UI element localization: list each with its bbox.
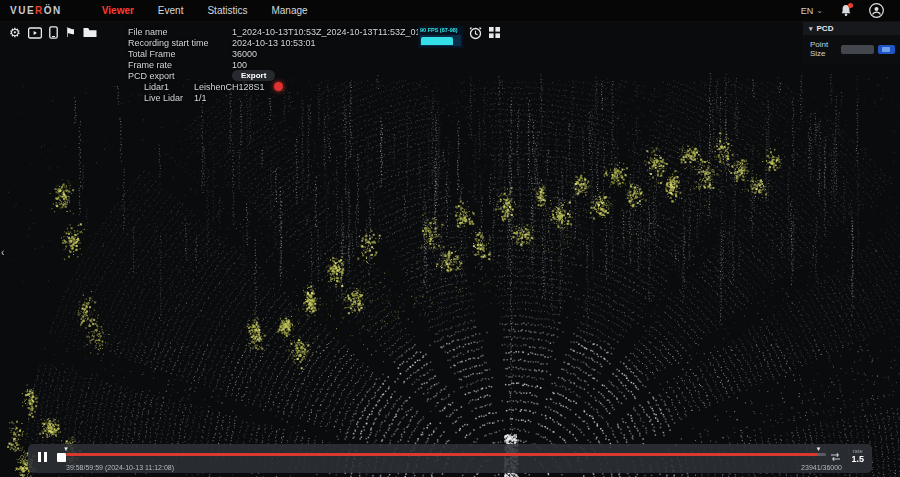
info-label: Total Frame	[128, 49, 232, 59]
info-value: 1_2024-10-13T10:53Z_2024-10-13T11:53Z_01…	[232, 27, 443, 37]
pcd-panel-header[interactable]: ▾ PCD	[803, 22, 900, 35]
pcd-settings-panel: ▾ PCD Point Size	[803, 22, 900, 64]
recording-info-panel: File name 1_2024-10-13T10:53Z_2024-10-13…	[128, 26, 443, 103]
logo-text-2: ÖN	[44, 5, 62, 16]
range-start-caret[interactable]: ▾	[64, 445, 68, 452]
caret-down-icon: ▾	[809, 25, 813, 33]
playback-frame-counter: 23941/36000	[801, 464, 842, 471]
seek-progress-fill	[66, 453, 818, 456]
pcd-export-label: PCD export	[128, 71, 232, 81]
settings-gear-icon[interactable]: ⚙	[9, 26, 21, 39]
pause-button[interactable]	[38, 452, 47, 462]
top-navigation-bar: VUERÖN Viewer Event Statistics Manage EN…	[0, 0, 900, 22]
viewer-toolbar: ⚙ ⚑	[9, 26, 97, 39]
fps-readout: 90 FPS (87-98)	[420, 27, 461, 33]
playback-time-text: 39:58/59:59 (2024-10-13 11:12:08)	[66, 464, 174, 471]
lidar-model: LeishenCH128S1	[194, 82, 265, 92]
grid-view-icon[interactable]	[488, 26, 501, 39]
menu-item-viewer[interactable]: Viewer	[102, 5, 134, 16]
info-row: Recording start time 2024-10-13 10:53:01	[128, 37, 443, 48]
mobile-device-icon[interactable]	[49, 26, 58, 39]
menu-item-statistics[interactable]: Statistics	[207, 5, 247, 16]
info-row: Total Frame 36000	[128, 48, 443, 59]
topbar-right: EN ⌄	[801, 3, 884, 18]
live-lidar-count: 1/1	[194, 93, 207, 103]
chevron-down-icon: ⌄	[816, 6, 823, 15]
notification-bell-icon[interactable]	[840, 4, 852, 17]
folder-icon[interactable]	[83, 27, 97, 38]
fps-graph-fill	[421, 37, 453, 45]
alarm-clock-icon[interactable]	[469, 26, 482, 40]
info-value: 36000	[232, 49, 257, 59]
seek-track-wrap: ▾ ▾	[66, 453, 826, 456]
rate-value: 1.5	[851, 454, 864, 464]
vueron-logo: VUERÖN	[10, 5, 62, 16]
video-icon[interactable]	[28, 27, 42, 39]
playback-rate-control[interactable]: rate 1.5	[851, 448, 864, 464]
language-label: EN	[801, 6, 814, 16]
loop-icon[interactable]	[829, 452, 842, 462]
lidar-label: Lidar1	[144, 82, 194, 92]
fps-monitor[interactable]: 90 FPS (87-98)	[418, 26, 463, 48]
logo-accent: R	[35, 5, 44, 16]
menu-item-event[interactable]: Event	[158, 5, 184, 16]
info-label: Recording start time	[128, 38, 232, 48]
info-value: 2024-10-13 10:53:01	[232, 38, 316, 48]
point-size-value-chip[interactable]	[878, 45, 895, 54]
export-button[interactable]: Export	[232, 70, 275, 81]
stop-button[interactable]	[57, 453, 66, 462]
info-row: Frame rate 100	[128, 59, 443, 70]
user-avatar[interactable]	[869, 3, 884, 18]
pcd-export-row: PCD export Export	[128, 70, 443, 81]
fps-graph	[420, 35, 461, 46]
lidar-row: Lidar1 LeishenCH128S1	[128, 81, 443, 92]
pcd-panel-body: Point Size	[803, 35, 900, 64]
info-value: 100	[232, 60, 247, 70]
language-selector[interactable]: EN ⌄	[801, 6, 823, 16]
info-label: File name	[128, 27, 232, 37]
range-end-caret[interactable]: ▾	[817, 445, 821, 452]
stats-widget: 90 FPS (87-98)	[418, 26, 501, 48]
point-size-input[interactable]	[841, 45, 874, 54]
playback-right-controls: rate 1.5	[829, 448, 864, 464]
menu-item-manage[interactable]: Manage	[271, 5, 307, 16]
live-lidar-row: Live Lidar 1/1	[128, 92, 443, 103]
notification-dot	[848, 3, 853, 8]
info-row: File name 1_2024-10-13T10:53Z_2024-10-13…	[128, 26, 443, 37]
flag-icon[interactable]: ⚑	[65, 26, 77, 39]
main-menu: Viewer Event Statistics Manage	[102, 5, 308, 16]
playback-controls	[38, 452, 66, 462]
point-size-label: Point Size	[810, 40, 837, 58]
playback-bar: ▾ ▾ 39:58/59:59 (2024-10-13 11:12:08) 23…	[28, 444, 872, 473]
pcd-panel-title: PCD	[817, 24, 834, 33]
logo-text: VUE	[10, 5, 35, 16]
info-label: Frame rate	[128, 60, 232, 70]
panel-collapse-button[interactable]: ‹	[1, 246, 11, 260]
lidar-toggle[interactable]	[274, 82, 283, 91]
app-window: VUERÖN Viewer Event Statistics Manage EN…	[0, 0, 900, 477]
live-lidar-label: Live Lidar	[144, 93, 194, 103]
